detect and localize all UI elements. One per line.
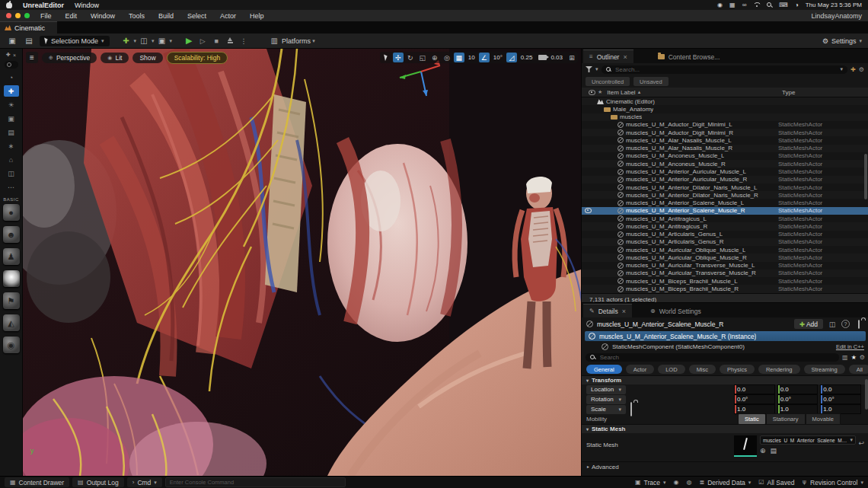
tab-world-settings[interactable]: ⊕ World Settings	[644, 305, 707, 317]
rotation-y-field[interactable]: 0.0°	[777, 394, 819, 404]
details-filter-tab[interactable]: Misc	[689, 365, 716, 374]
volumes-category-icon[interactable]: ◫	[4, 167, 19, 179]
outliner-row[interactable]: muscles_U_M_Anterior_Auricular_Muscle_L …	[582, 167, 868, 175]
outliner-row[interactable]: Cinematic (Editor)	[582, 97, 868, 105]
source-control-save-status[interactable]: ☑ All Saved	[758, 479, 794, 486]
rotation-x-field[interactable]: 0.0°	[734, 394, 775, 404]
outliner-row[interactable]: muscles_U_M_Anconeus_Muscle_R StaticMesh…	[582, 160, 868, 167]
use-selected-asset-icon[interactable]: ⊕	[760, 447, 766, 455]
control-center-icon[interactable]: ◑	[795, 2, 799, 8]
camera-speed-value[interactable]: 0.03	[548, 54, 565, 61]
select-tool[interactable]	[381, 53, 391, 62]
perspective-dropdown[interactable]: ⊕ Perspective	[42, 53, 97, 63]
camera-speed-icon[interactable]	[538, 55, 547, 60]
grid-snap-value[interactable]: 10	[466, 54, 477, 61]
add-component-button[interactable]: ✚ Add	[794, 319, 823, 329]
minimize-window-button[interactable]	[15, 13, 21, 18]
world-local-toggle[interactable]: ⊕	[429, 53, 440, 62]
chevron-down-icon[interactable]: ▾	[859, 38, 862, 44]
insights-status-icon[interactable]: ◉	[674, 479, 679, 486]
outliner-row[interactable]: muscles_U_M_Aductor_Digit_Minimi_R Stati…	[582, 129, 868, 136]
outliner-search-input[interactable]	[614, 65, 838, 74]
menu-item[interactable]: Build	[158, 12, 174, 20]
visual-effects-category-icon[interactable]: ∗	[4, 140, 19, 152]
lit-dropdown[interactable]: ◉ Lit	[101, 53, 129, 63]
spotlight-icon[interactable]	[767, 2, 772, 8]
platforms-dropdown[interactable]: Platforms	[282, 37, 311, 45]
input-source-icon[interactable]: ⌨	[779, 2, 788, 8]
play-options-button[interactable]: ⋮	[238, 36, 250, 46]
outliner-row[interactable]: muscles_U_M_Biceps_Brachii_Muscle_L Stat…	[582, 277, 868, 285]
tab-details[interactable]: ✎ Details ×	[583, 304, 632, 317]
item-label-column[interactable]: Item Label	[607, 89, 635, 96]
details-settings-gear-icon[interactable]: ⚙	[860, 354, 865, 361]
chevron-down-icon[interactable]: ▾	[152, 38, 155, 44]
close-icon[interactable]: ×	[13, 53, 16, 58]
chevron-down-icon[interactable]: ▾	[595, 66, 598, 72]
cinematic-category-icon[interactable]: ▤	[4, 126, 19, 138]
place-search-input[interactable]	[5, 61, 18, 69]
wifi-icon[interactable]	[753, 2, 760, 8]
apple-menu-icon[interactable]	[6, 2, 12, 8]
macos-menu-window[interactable]: Window	[75, 2, 99, 9]
meta-icon[interactable]: ∞	[742, 2, 747, 8]
eye-icon[interactable]	[585, 208, 592, 213]
browse-to-asset-icon[interactable]: ▤	[771, 447, 777, 455]
viewport-3d[interactable]: ≡ ⊕ Perspective ◉ Lit Show Scalability: …	[23, 49, 581, 476]
outliner-searchbox[interactable]: ▾	[602, 65, 848, 74]
menu-item[interactable]: File	[40, 12, 52, 20]
rotation-snap-value[interactable]: 10°	[491, 54, 505, 61]
tab-outliner[interactable]: ≡ Outliner ×	[583, 49, 633, 63]
edit-in-cpp-link[interactable]: Edit in C++	[836, 343, 864, 350]
outliner-row[interactable]: muscles_U_M_Anterior_Scalene_Muscle_R St…	[582, 207, 868, 215]
add-actor-button[interactable]: ✚	[120, 36, 132, 46]
outliner-row[interactable]: muscles_U_M_Auricular_Transverse_Muscle_…	[582, 270, 868, 277]
viewport-options-menu[interactable]: ≡	[26, 52, 38, 63]
menu-item[interactable]: Select	[187, 12, 206, 20]
selected-instance-row[interactable]: muscles_U_M_Anterior_Scalene_Muscle_R (I…	[585, 331, 866, 341]
outliner-row[interactable]: muscles_U_M_Alar_Nasalis_Muscle_R Static…	[582, 145, 868, 152]
tab-content-browser[interactable]: Content Browse...	[652, 50, 726, 63]
pin-column-icon[interactable]: ★	[598, 89, 602, 95]
scalability-warning-pill[interactable]: Scalability: High	[167, 52, 228, 64]
menu-item[interactable]: Edit	[65, 12, 78, 20]
outliner-row[interactable]: muscles_U_M_Auricular_Oblique_Muscle_L S…	[582, 246, 868, 254]
geometry-category-icon[interactable]: ⌂	[4, 154, 19, 165]
console-command-input[interactable]	[165, 477, 346, 487]
empty-character-item[interactable]: ☻	[3, 226, 20, 243]
component-row[interactable]: StaticMeshComponent (StaticMeshComponent…	[582, 342, 868, 351]
outliner-row[interactable]: muscles_U_M_Anconeus_Muscle_L StaticMesh…	[582, 152, 868, 160]
rotation-snap-toggle[interactable]: ∠	[479, 53, 490, 62]
rotate-tool[interactable]: ↻	[405, 53, 416, 62]
output-log-button[interactable]: ▤ Output Log	[72, 477, 124, 487]
outliner-scrollbar[interactable]	[864, 154, 867, 199]
menu-item[interactable]: Actor	[220, 12, 236, 20]
content-import-button[interactable]: ▤	[23, 36, 35, 46]
viewport-3d-scene[interactable]	[23, 49, 581, 476]
mobility-button[interactable]: Static	[738, 413, 766, 425]
content-drawer-button[interactable]: ▦ Content Drawer	[5, 477, 69, 487]
details-filter-tab[interactable]: All	[849, 365, 868, 374]
location-dropdown[interactable]: Location▾	[586, 385, 626, 394]
reset-to-default-icon[interactable]: ↩	[858, 439, 864, 447]
cinematics-button[interactable]: ▣	[156, 36, 168, 46]
move-tool[interactable]: ✢	[393, 53, 404, 62]
macos-clock[interactable]: Thu May 23 5:36 PM	[806, 2, 862, 8]
outliner-row[interactable]: muscles_U_M_Antitragicus_R StaticMeshAct…	[582, 222, 868, 230]
selection-mode-dropdown[interactable]: Selection Mode ▾	[40, 36, 110, 46]
show-dropdown[interactable]: Show	[132, 53, 162, 63]
settings-dropdown[interactable]: Settings	[831, 37, 857, 45]
frame-skip-button[interactable]: ▷	[196, 36, 209, 46]
visibility-column-icon[interactable]	[589, 90, 595, 95]
outliner-row[interactable]: muscles_U_M_Anterior_Dilator_Naris_Muscl…	[582, 183, 868, 191]
outliner-row[interactable]: muscles_U_M_Anterior_Auricular_Muscle_R …	[582, 176, 868, 183]
basic-category-icon[interactable]: ✚	[4, 85, 19, 97]
point-light-item[interactable]	[3, 270, 20, 287]
outliner-row[interactable]: muscles_U_M_Alar_Nasalis_Muscle_L Static…	[582, 136, 868, 144]
app-status-icon[interactable]: ▦	[729, 2, 736, 8]
trace-dropdown[interactable]: ▣ Trace ▾	[635, 479, 666, 486]
scale-snap-toggle[interactable]: ◿	[506, 53, 517, 62]
location-x-field[interactable]: 0.0	[734, 384, 775, 394]
sphere-item[interactable]: ◉	[3, 336, 20, 353]
convert-to-blueprint-icon[interactable]: ◫	[827, 321, 838, 328]
